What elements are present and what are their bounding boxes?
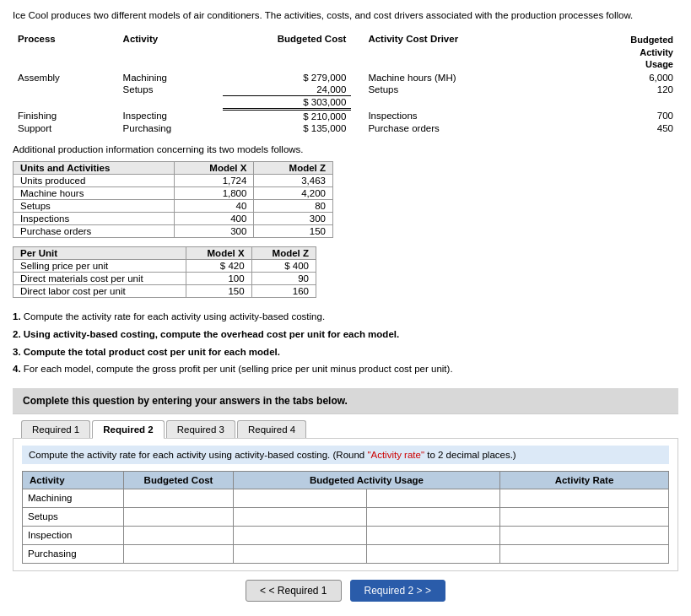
- main-cost-table: Process Activity Budgeted Cost Activity …: [13, 33, 678, 134]
- row4-cost: $ 135,000: [223, 122, 351, 134]
- machining-activity-usage2[interactable]: [367, 489, 500, 507]
- machining-usage-input2[interactable]: [372, 493, 494, 503]
- inspection-budgeted-cost[interactable]: [124, 526, 234, 544]
- inspection-cost-input[interactable]: [129, 530, 228, 540]
- machining-rate-input[interactable]: [505, 493, 663, 503]
- perunit-row3-x: 150: [186, 285, 251, 298]
- highlight-text: "Activity rate": [367, 450, 424, 460]
- activity-row-machining: Machining: [23, 489, 669, 507]
- setups-rate-input[interactable]: [505, 511, 663, 521]
- col-activity-header: Activity: [23, 471, 124, 489]
- perunit-col-modelz: Model Z: [251, 247, 316, 260]
- inspection-usage-input2[interactable]: [372, 530, 494, 540]
- units-row2-x: 1,800: [174, 187, 254, 200]
- row3-cost: $ 210,000: [223, 110, 351, 123]
- prev-button[interactable]: < < Required 1: [246, 580, 341, 602]
- units-row3-z: 80: [254, 200, 333, 213]
- purchasing-label: Purchasing: [23, 544, 124, 563]
- instructions: 1. Compute the activity rate for each ac…: [13, 308, 678, 378]
- activity-row-inspection: Inspection: [23, 526, 669, 544]
- units-row5-z: 150: [254, 225, 333, 238]
- units-row5-label: Purchase orders: [13, 225, 175, 238]
- setups-label: Setups: [23, 507, 124, 526]
- purchasing-usage-input1[interactable]: [239, 548, 361, 559]
- perunit-row2-z: 90: [251, 273, 316, 285]
- units-row3-label: Setups: [13, 200, 175, 213]
- subtotal-driver: [351, 96, 537, 110]
- row4-activity: Purchasing: [118, 122, 224, 134]
- col-activity-rate-header: Activity Rate: [500, 471, 669, 489]
- tab-required1[interactable]: Required 1: [21, 420, 90, 438]
- purchasing-budgeted-cost[interactable]: [124, 544, 234, 563]
- inspection-usage-input1[interactable]: [239, 530, 361, 540]
- units-row5-x: 300: [174, 225, 254, 238]
- row4-driver: Purchase orders: [351, 122, 537, 134]
- units-row1-label: Units produced: [13, 175, 175, 187]
- purchasing-activity-usage1[interactable]: [234, 544, 367, 563]
- row1-activity: Machining: [118, 72, 224, 84]
- machining-cost-input[interactable]: [129, 493, 228, 503]
- row3-activity: Inspecting: [118, 110, 224, 123]
- perunit-col-label: Per Unit: [13, 247, 186, 260]
- inspection-activity-usage1[interactable]: [234, 526, 367, 544]
- perunit-row2-label: Direct materials cost per unit: [13, 273, 186, 285]
- subtotal-process: [13, 96, 118, 110]
- col-process: Process: [13, 33, 118, 72]
- units-row4-x: 400: [174, 213, 254, 225]
- row1-process: Assembly: [13, 72, 118, 84]
- bottom-nav: < < Required 1 Required 2 > >: [13, 580, 678, 602]
- row2-driver: Setups: [351, 84, 537, 96]
- tab-required2[interactable]: Required 2: [92, 420, 164, 439]
- row1-cost: $ 279,000: [223, 72, 351, 84]
- inspection-rate-input[interactable]: [505, 530, 663, 540]
- tab-content: Compute the activity rate for each activ…: [13, 439, 678, 571]
- next-button[interactable]: Required 2 > >: [350, 580, 445, 602]
- machining-budgeted-cost[interactable]: [124, 489, 234, 507]
- setups-activity-usage2[interactable]: [367, 507, 500, 526]
- tab-instruction: Compute the activity rate for each activ…: [22, 446, 669, 464]
- inspection-label: Inspection: [23, 526, 124, 544]
- perunit-row3-z: 160: [251, 285, 316, 298]
- col-budgeted-cost-header: Budgeted Cost: [124, 471, 234, 489]
- inspection-rate[interactable]: [500, 526, 669, 544]
- setups-activity-usage1[interactable]: [234, 507, 367, 526]
- purchasing-activity-usage2[interactable]: [367, 544, 500, 563]
- activity-row-purchasing: Purchasing: [23, 544, 669, 563]
- setups-cost-input[interactable]: [129, 511, 228, 521]
- tab-required4[interactable]: Required 4: [237, 420, 306, 438]
- per-unit-table: Per Unit Model X Model Z Selling price p…: [13, 246, 316, 298]
- inspection-activity-usage2[interactable]: [367, 526, 500, 544]
- col-budgeted-cost: Budgeted Cost: [223, 33, 351, 72]
- purchasing-rate[interactable]: [500, 544, 669, 563]
- row2-process: [13, 84, 118, 96]
- purchasing-usage-input2[interactable]: [372, 548, 494, 559]
- perunit-row1-z: $ 400: [251, 260, 316, 273]
- purchasing-rate-input[interactable]: [505, 548, 663, 559]
- perunit-row1-label: Selling price per unit: [13, 260, 186, 273]
- purchasing-cost-input[interactable]: [129, 548, 228, 559]
- subtotal-usage: [538, 96, 678, 110]
- activity-row-setups: Setups: [23, 507, 669, 526]
- complete-box: Complete this question by entering your …: [13, 388, 678, 413]
- setups-budgeted-cost[interactable]: [124, 507, 234, 526]
- row4-usage: 450: [538, 122, 678, 134]
- setups-usage-input2[interactable]: [372, 511, 494, 521]
- machining-usage-input1[interactable]: [239, 493, 361, 503]
- units-row4-label: Inspections: [13, 213, 175, 225]
- row1-driver: Machine hours (MH): [351, 72, 537, 84]
- units-table: Units and Activities Model X Model Z Uni…: [13, 161, 333, 238]
- col-budgeted-activity-usage: BudgetedActivityUsage: [538, 33, 678, 72]
- perunit-row3-label: Direct labor cost per unit: [13, 285, 186, 298]
- tab-required3[interactable]: Required 3: [166, 420, 235, 438]
- machining-activity-usage1[interactable]: [234, 489, 367, 507]
- machining-rate[interactable]: [500, 489, 669, 507]
- machining-label: Machining: [23, 489, 124, 507]
- perunit-row1-x: $ 420: [186, 260, 251, 273]
- subtotal-cost: $ 303,000: [223, 96, 351, 110]
- setups-rate[interactable]: [500, 507, 669, 526]
- setups-usage-input1[interactable]: [239, 511, 361, 521]
- units-row1-x: 1,724: [174, 175, 254, 187]
- row3-usage: 700: [538, 110, 678, 123]
- prev-label: < Required 1: [268, 585, 327, 597]
- units-col-modelz: Model Z: [254, 162, 333, 175]
